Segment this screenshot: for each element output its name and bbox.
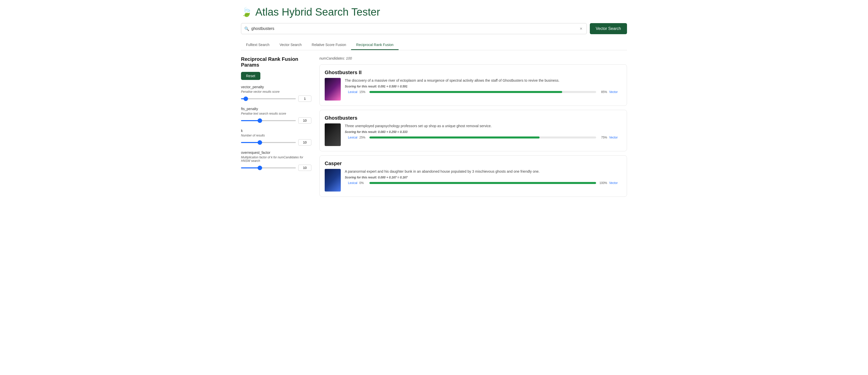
search-row: 🔍 × Vector Search: [241, 23, 627, 34]
result-body-2: A paranormal expert and his daughter bun…: [325, 169, 622, 191]
fts-penalty-slider[interactable]: [241, 120, 296, 121]
app-title: Atlas Hybrid Search Tester: [255, 6, 380, 18]
app-header: 🍃 Atlas Hybrid Search Tester: [241, 6, 627, 18]
param-vector-penalty: vector_penalty Penalise vector results s…: [241, 85, 311, 102]
param-overrequest-name: overrequest_factor: [241, 151, 311, 155]
result-lexical-pct-2: 0%: [359, 181, 367, 185]
result-title-1: Ghostbusters: [325, 115, 622, 121]
param-fts-penalty-desc: Penalise text search results score: [241, 112, 311, 115]
main-content: Reciprocal Rank Fusion Params Reset vect…: [241, 56, 627, 201]
result-poster-1: [325, 123, 341, 146]
result-score-0: Scoring for this result: 0.091 + 0.500 =…: [345, 85, 622, 88]
sidebar: Reciprocal Rank Fusion Params Reset vect…: [241, 56, 311, 201]
result-score-1: Scoring for this result: 0.083 + 0.250 =…: [345, 130, 622, 134]
search-icon: 🔍: [244, 26, 249, 31]
param-k-name: k: [241, 129, 311, 133]
search-input[interactable]: [251, 26, 579, 31]
result-bar-row-0: Lexical 15% 85% Vector: [345, 90, 622, 94]
k-input[interactable]: 10: [298, 139, 311, 146]
param-overrequest-row: 10: [241, 165, 311, 171]
result-vector-pct-2: 100%: [598, 181, 607, 185]
k-slider[interactable]: [241, 142, 296, 143]
result-card-1: Ghostbusters Three unemployed parapsycho…: [319, 110, 627, 151]
result-body-1: Three unemployed parapsychology professo…: [325, 123, 622, 146]
param-fts-penalty: fts_penalty Penalise text search results…: [241, 107, 311, 124]
fts-penalty-input[interactable]: 10: [298, 117, 311, 124]
search-wrapper: 🔍 ×: [241, 23, 587, 34]
app-logo-icon: 🍃: [241, 7, 252, 17]
vector-search-button[interactable]: Vector Search: [590, 23, 627, 34]
param-vector-penalty-row: 1: [241, 95, 311, 102]
sidebar-title: Reciprocal Rank Fusion Params: [241, 56, 311, 68]
result-vector-pct-1: 75%: [598, 136, 607, 139]
param-k-desc: Number of results: [241, 134, 311, 137]
tab-vector[interactable]: Vector Search: [274, 40, 307, 50]
result-bar-row-2: Lexical 0% 100% Vector: [345, 181, 622, 185]
result-info-0: The discovery of a massive river of ecto…: [345, 78, 622, 94]
result-poster-2: [325, 169, 341, 191]
result-desc-1: Three unemployed parapsychology professo…: [345, 123, 622, 129]
tab-reciprocal[interactable]: Reciprocal Rank Fusion: [351, 40, 399, 50]
result-info-1: Three unemployed parapsychology professo…: [345, 123, 622, 139]
vector-penalty-slider[interactable]: [241, 98, 296, 99]
search-clear-button[interactable]: ×: [579, 26, 584, 31]
param-overrequest: overrequest_factor Multiplication factor…: [241, 151, 311, 171]
result-bar-fill-0: [369, 91, 562, 93]
result-bar-track-0: [369, 91, 596, 93]
results-area: numCandidates: 100 Ghostbusters II The d…: [319, 56, 627, 201]
result-lexical-label-2: Lexical: [345, 181, 358, 185]
result-vector-label-2: Vector: [609, 181, 622, 185]
result-lexical-pct-1: 25%: [359, 136, 367, 139]
tab-relative[interactable]: Relative Score Fusion: [307, 40, 351, 50]
result-title-2: Casper: [325, 161, 622, 166]
tab-fulltext[interactable]: Fulltext Search: [241, 40, 274, 50]
param-k: k Number of results 10: [241, 129, 311, 146]
result-lexical-label-0: Lexical: [345, 90, 358, 94]
result-info-2: A paranormal expert and his daughter bun…: [345, 169, 622, 185]
param-fts-penalty-row: 10: [241, 117, 311, 124]
vector-penalty-input[interactable]: 1: [298, 95, 311, 102]
overrequest-input[interactable]: 10: [298, 165, 311, 171]
param-fts-penalty-name: fts_penalty: [241, 107, 311, 111]
param-k-row: 10: [241, 139, 311, 146]
result-desc-0: The discovery of a massive river of ecto…: [345, 78, 622, 83]
param-vector-penalty-name: vector_penalty: [241, 85, 311, 89]
result-bar-track-1: [369, 136, 596, 138]
tabs-bar: Fulltext Search Vector Search Relative S…: [241, 40, 627, 50]
overrequest-slider[interactable]: [241, 167, 296, 168]
result-vector-label-0: Vector: [609, 90, 622, 94]
result-card-2: Casper A paranormal expert and his daugh…: [319, 155, 627, 197]
result-bar-row-1: Lexical 25% 75% Vector: [345, 136, 622, 139]
result-bar-track-2: [369, 182, 596, 184]
reset-button[interactable]: Reset: [241, 72, 260, 80]
result-lexical-pct-0: 15%: [359, 90, 367, 94]
result-card-0: Ghostbusters II The discovery of a massi…: [319, 64, 627, 106]
result-bar-fill-2: [369, 182, 596, 184]
result-score-2: Scoring for this result: 0.000 + 0.167 =…: [345, 176, 622, 179]
result-lexical-label-1: Lexical: [345, 136, 358, 139]
result-title-0: Ghostbusters II: [325, 70, 622, 75]
param-overrequest-desc: Multiplication factor of k for numCandid…: [241, 156, 311, 163]
param-vector-penalty-desc: Penalise vector results score: [241, 90, 311, 94]
result-bar-fill-1: [369, 136, 539, 138]
result-desc-2: A paranormal expert and his daughter bun…: [345, 169, 622, 174]
num-candidates-label: numCandidates: 100: [319, 56, 627, 60]
result-vector-label-1: Vector: [609, 136, 622, 139]
result-body-0: The discovery of a massive river of ecto…: [325, 78, 622, 100]
result-vector-pct-0: 85%: [598, 90, 607, 94]
result-poster-0: [325, 78, 341, 100]
